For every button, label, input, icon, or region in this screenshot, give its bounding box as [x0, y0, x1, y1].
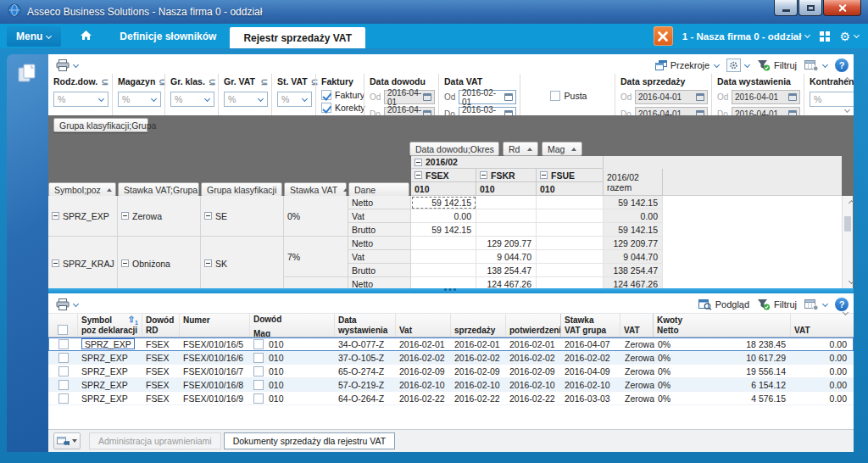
row-checkbox[interactable] [58, 380, 69, 390]
data-wystawienia-od-input[interactable]: 2016-04-01 [732, 90, 800, 104]
print-button[interactable] [56, 59, 79, 71]
pivot-filtruj-button[interactable]: Filtruj [757, 59, 798, 71]
grid-cell[interactable]: 57-O-219-Z [335, 378, 396, 391]
tab-definicje-slownikow[interactable]: Definicje słowników [106, 24, 230, 48]
column-header-kwoty-vat[interactable]: VAT [791, 314, 854, 337]
grid-cell[interactable]: FSEX/010/16/6 [180, 351, 250, 364]
bottom-tab-administracja-uprawnieniami[interactable]: Administracja uprawnieniami [89, 432, 221, 449]
grid-cell[interactable]: 2016-02-10 [396, 378, 451, 391]
data-wystawienia-do-input[interactable]: 2016-04-01 [732, 107, 800, 115]
pivot-header-fsue[interactable]: FSUE [537, 169, 604, 182]
grid-cell[interactable]: 2016-02-10 [451, 378, 506, 391]
column-header-data-vat[interactable]: Vat [396, 314, 451, 337]
grid-cell[interactable]: 0.00 [793, 351, 854, 364]
grid-cell[interactable]: 2016-02-02 [506, 351, 561, 364]
pivot-row-header-stawka-grupa[interactable]: Obniżona [118, 237, 201, 288]
grid-cell[interactable]: FSEX/010/16/9 [180, 392, 250, 404]
column-header-stawka-vat-grupa[interactable]: Stawka VAT grupa [560, 314, 620, 337]
pivot-row-field-symbol-poz[interactable]: Symbol;poz [48, 182, 116, 197]
subset-operator-icon[interactable]: ⊆ [102, 77, 108, 86]
collapse-icon[interactable] [480, 171, 487, 179]
pivot-subheader-010[interactable]: 010 [537, 182, 604, 196]
collapse-icon[interactable] [415, 171, 422, 179]
collapse-icon[interactable] [52, 212, 59, 220]
grid-cell[interactable]: Zerowa [621, 365, 654, 377]
pivot-row-header-dane[interactable]: Brutto [348, 264, 411, 277]
grid-cell[interactable]: 2016-02-10 [506, 378, 561, 391]
pivot-row-header-dane[interactable]: Brutto [348, 223, 411, 237]
pivot-cell[interactable] [537, 264, 604, 277]
pivot-cell[interactable] [476, 223, 537, 237]
filter-collapse-button[interactable] [841, 75, 850, 84]
pivot-vertical-scrollbar[interactable] [842, 196, 853, 288]
company-selector[interactable]: 1 - Nasza firma 0 - oddział [682, 31, 811, 42]
column-header-symbol[interactable]: Symbol⇧1 poz deklaracji [78, 314, 142, 337]
collapse-icon[interactable] [121, 212, 129, 220]
st-vat-select[interactable]: % [277, 92, 312, 107]
maximize-button[interactable] [798, 0, 822, 16]
grid-cell[interactable]: SPRZ_EXP [78, 351, 142, 364]
kontrahent-select[interactable]: % [810, 92, 854, 107]
column-header-numer[interactable]: Numer [180, 314, 250, 337]
mag-checkbox[interactable] [253, 366, 264, 377]
grid-print-button[interactable] [56, 298, 79, 310]
faktury-checkbox[interactable] [321, 90, 331, 100]
close-button[interactable] [823, 0, 861, 16]
bottom-tab-dokumenty-sprzedazy[interactable]: Dokumenty sprzedaży dla rejestru VAT [224, 432, 396, 449]
przekroje-button[interactable]: Przekroje [655, 60, 720, 70]
pivot-row-header-grupa-klasyfikacji[interactable]: SK [201, 237, 284, 288]
table-row[interactable]: SPRZ_EXP FSEX FSEX/010/16/8 010 57-O-219… [48, 378, 854, 392]
grid-cell[interactable]: 64-O-264-Z [335, 392, 396, 404]
grid-cell[interactable]: 65-O-274-Z [335, 365, 396, 377]
mag-checkbox[interactable] [253, 393, 264, 404]
pivot-cell[interactable] [537, 277, 604, 288]
grid-cell[interactable]: 0.00 [793, 365, 854, 377]
magazyn-select[interactable]: % [118, 92, 161, 107]
grid-cell[interactable]: SPRZ_EXP [78, 378, 142, 391]
pivot-row-header-stawka-grupa[interactable]: Zerowa [118, 196, 201, 237]
data-dowodu-od-input[interactable]: 2016-04-01 [384, 90, 435, 104]
settings-gear-button[interactable]: ⚙ [839, 30, 860, 43]
grid-cell[interactable]: FSEX/010/16/7 [180, 365, 250, 377]
data-sprzedazy-od-input[interactable]: 2016-04-01 [635, 90, 708, 104]
grid-cell[interactable]: 2016-02-02 [451, 351, 506, 364]
grid-cell[interactable]: Zerowa [621, 392, 654, 404]
podglad-button[interactable]: Podgląd [698, 298, 750, 310]
home-button[interactable] [80, 29, 92, 44]
pivot-cell[interactable] [411, 250, 476, 264]
pivot-cell[interactable]: 129 209.77 [476, 237, 537, 250]
tools-button[interactable] [654, 26, 673, 46]
pivot-total-cell[interactable]: 9 044.70 [604, 250, 663, 264]
minimize-button[interactable] [774, 0, 798, 16]
grid-cell[interactable]: 2016-02-22 [506, 392, 561, 404]
grid-cell[interactable]: FSEX/010/16/5 [180, 337, 250, 350]
grid-cell[interactable]: FSEX [142, 392, 180, 404]
tab-rejestr-sprzedazy-vat[interactable]: Rejestr sprzedaży VAT [230, 27, 365, 48]
grid-filtruj-button[interactable]: Filtruj [757, 298, 798, 310]
data-vat-od-input[interactable]: 2016-02-01 [459, 90, 516, 104]
collapse-icon[interactable] [204, 212, 212, 220]
table-row[interactable]: SPRZ_EXP FSEX FSEX/010/16/5 010 34-O-077… [48, 337, 854, 351]
pivot-total-cell[interactable]: 138 254.47 [604, 264, 663, 277]
calendar-icon[interactable] [788, 93, 797, 101]
grid-cell[interactable]: 2016-04-09 [561, 365, 621, 377]
pivot-header-razem[interactable]: 2016/02 razem [604, 169, 663, 196]
pivot-cell[interactable] [537, 250, 604, 264]
pivot-row-header-stawka[interactable] [284, 277, 348, 288]
documents-icon[interactable] [16, 62, 40, 452]
grid-cell[interactable]: 2016-02-01 [506, 337, 561, 350]
view-list-button[interactable] [53, 432, 81, 449]
pivot-row-header-dane[interactable]: Vat [348, 250, 411, 264]
gr-klas-select[interactable]: % [170, 92, 214, 107]
grid-cell[interactable]: 2016-02-01 [451, 337, 506, 350]
pivot-cell[interactable]: 9 044.70 [476, 250, 537, 264]
column-header-dowod-mag[interactable]: Dowód Mag [250, 314, 335, 337]
mag-checkbox[interactable] [253, 380, 264, 390]
table-row[interactable]: SPRZ_EXP FSEX FSEX/010/16/7 010 65-O-274… [48, 365, 854, 378]
pivot-cell[interactable] [537, 223, 604, 237]
grid-cell[interactable]: 34-O-077-Z [335, 337, 396, 350]
collapse-icon[interactable] [415, 159, 422, 166]
pusta-checkbox[interactable] [550, 91, 560, 101]
pivot-row-header-dane[interactable]: Netto [348, 196, 411, 209]
gr-vat-select[interactable]: % [224, 92, 268, 107]
